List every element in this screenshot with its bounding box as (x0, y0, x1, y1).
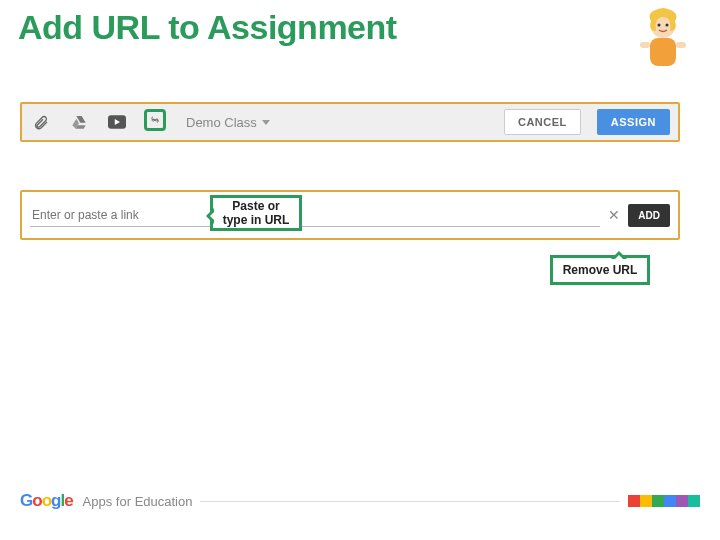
attachment-icon[interactable] (30, 111, 52, 133)
chevron-down-icon (262, 120, 270, 125)
drive-icon[interactable] (68, 111, 90, 133)
footer: Google Apps for Education (20, 486, 700, 516)
svg-rect-1 (650, 38, 676, 66)
teacher-avatar (628, 6, 698, 86)
class-label: Demo Class (186, 115, 257, 130)
clear-url-icon[interactable]: ✕ (600, 207, 628, 223)
url-input[interactable] (30, 204, 600, 227)
footer-product: Apps for Education (83, 494, 193, 509)
google-logo: Google (20, 491, 73, 511)
svg-rect-2 (640, 42, 650, 48)
youtube-icon[interactable] (106, 111, 128, 133)
callout-remove-url: Remove URL (550, 255, 650, 285)
link-icon[interactable] (144, 109, 166, 131)
svg-rect-3 (676, 42, 686, 48)
class-selector[interactable]: Demo Class (186, 115, 270, 130)
cancel-button[interactable]: CANCEL (504, 109, 581, 135)
add-url-button[interactable]: ADD (628, 204, 670, 227)
callout-paste-url: Paste or type in URL (210, 195, 302, 231)
url-input-row: ✕ ADD (20, 190, 680, 240)
footer-divider (200, 501, 620, 502)
page-title: Add URL to Assignment (18, 8, 397, 47)
svg-point-4 (658, 24, 661, 27)
svg-point-5 (666, 24, 669, 27)
footer-stripes (628, 495, 700, 507)
assign-button[interactable]: ASSIGN (597, 109, 670, 135)
assignment-toolbar: Demo Class CANCEL ASSIGN (20, 102, 680, 142)
